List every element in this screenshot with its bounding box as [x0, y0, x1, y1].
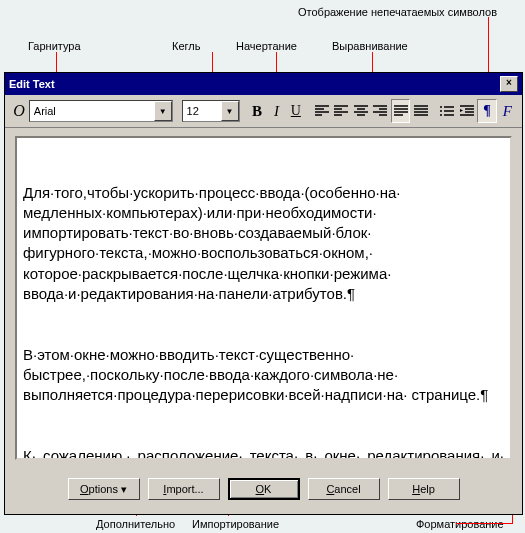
- align-center-button[interactable]: [352, 100, 369, 122]
- label-formatting: Форматирование: [416, 518, 504, 530]
- help-button[interactable]: Help: [388, 478, 460, 500]
- close-button[interactable]: ×: [500, 76, 518, 92]
- label-options: Дополнительно: [96, 518, 175, 530]
- svg-point-26: [440, 110, 442, 112]
- label-font-size: Кегль: [172, 40, 200, 52]
- align-center-icon: [353, 104, 369, 118]
- cancel-label: Cancel: [326, 483, 360, 495]
- font-size-input[interactable]: [183, 102, 221, 120]
- import-label: Import...: [163, 483, 203, 495]
- options-button[interactable]: Options ▾: [68, 478, 140, 500]
- align-force-justify-icon: [413, 104, 429, 118]
- svg-point-24: [440, 106, 442, 108]
- paragraph-2: В·этом·окне·можно·вводить·текст·существе…: [23, 345, 504, 406]
- italic-button[interactable]: I: [268, 100, 285, 122]
- cancel-button[interactable]: Cancel: [308, 478, 380, 500]
- bullet-list-button[interactable]: [438, 100, 455, 122]
- label-style: Начертание: [236, 40, 297, 52]
- bold-button[interactable]: B: [248, 100, 265, 122]
- indent-button[interactable]: [458, 100, 475, 122]
- label-font-family: Гарнитура: [28, 40, 81, 52]
- ok-button[interactable]: OK: [228, 478, 300, 500]
- dialog-title: Edit Text: [9, 78, 55, 90]
- align-justify-button[interactable]: [391, 99, 410, 123]
- show-nonprinting-button[interactable]: ¶: [477, 99, 496, 123]
- align-force-justify-button[interactable]: [412, 100, 429, 122]
- align-none-button[interactable]: [313, 100, 330, 122]
- chevron-down-icon: ▾: [121, 483, 127, 495]
- ok-label: OK: [256, 483, 272, 495]
- text-content[interactable]: Для·того,чтобы·ускорить·процесс·ввода·(о…: [17, 138, 510, 460]
- font-size-dropdown-button[interactable]: ▼: [221, 101, 239, 121]
- align-left-icon: [333, 104, 349, 118]
- align-right-icon: [372, 104, 388, 118]
- label-nonprinting: Отображение непечатаемых символов: [298, 6, 497, 18]
- paragraph-1: Для·того,чтобы·ускорить·процесс·ввода·(о…: [23, 183, 504, 305]
- connector-line: [456, 523, 513, 524]
- import-button[interactable]: Import...: [148, 478, 220, 500]
- label-import: Импортирование: [192, 518, 279, 530]
- underline-button[interactable]: U: [287, 100, 304, 122]
- format-button[interactable]: F: [499, 100, 516, 122]
- align-justify-icon: [393, 104, 409, 118]
- label-alignment: Выравнивание: [332, 40, 408, 52]
- font-family-input[interactable]: [30, 102, 154, 120]
- svg-point-28: [440, 114, 442, 116]
- font-preview-icon: O: [11, 101, 27, 121]
- paragraph-3: К· сожалению,· расположение· текста· в· …: [23, 446, 504, 460]
- button-bar: Options ▾ Import... OK Cancel Help: [5, 468, 522, 514]
- align-none-icon: [314, 104, 330, 118]
- edit-text-dialog: Edit Text × O ▼ ▼ B I U: [4, 72, 523, 515]
- font-family-dropdown-button[interactable]: ▼: [154, 101, 172, 121]
- align-right-button[interactable]: [372, 100, 389, 122]
- font-family-combo[interactable]: ▼: [29, 100, 173, 122]
- toolbar: O ▼ ▼ B I U: [5, 95, 522, 128]
- align-left-button[interactable]: [333, 100, 350, 122]
- options-label: Options: [80, 483, 118, 495]
- bullet-list-icon: [439, 104, 455, 118]
- indent-icon: [459, 104, 475, 118]
- font-size-combo[interactable]: ▼: [182, 100, 240, 122]
- titlebar: Edit Text ×: [5, 73, 522, 95]
- text-area[interactable]: Для·того,чтобы·ускорить·процесс·ввода·(о…: [15, 136, 512, 460]
- help-label: Help: [412, 483, 435, 495]
- svg-marker-34: [460, 109, 463, 112]
